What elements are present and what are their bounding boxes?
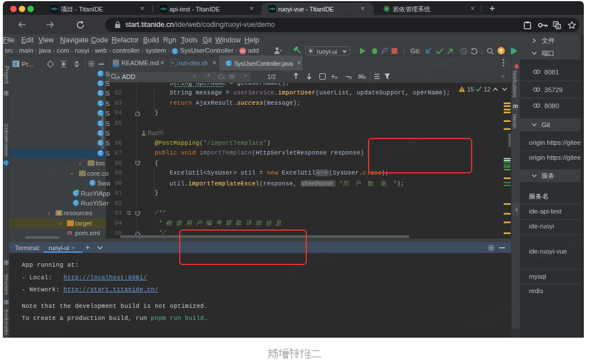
svg-text:x: x <box>557 25 559 29</box>
